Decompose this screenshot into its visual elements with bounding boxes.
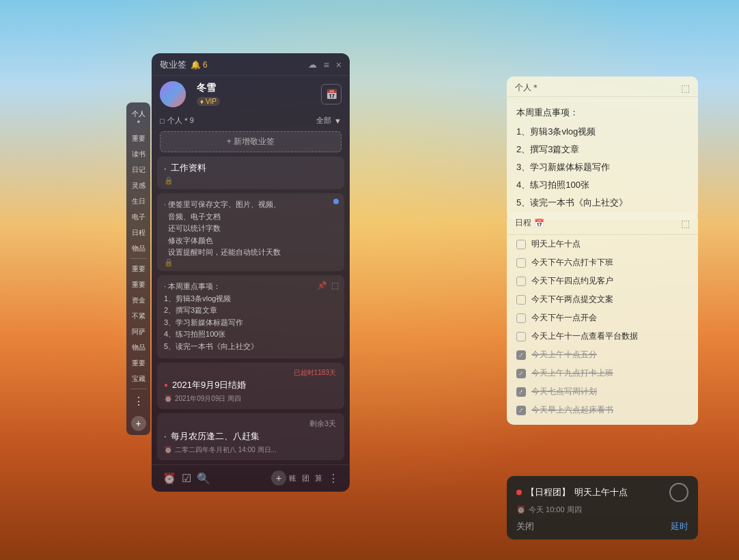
notif-actions: 关闭 延时 bbox=[516, 520, 688, 533]
sidebar-label: 重要 bbox=[132, 281, 145, 288]
overdue-badge: 已超时1183天 bbox=[164, 368, 337, 378]
sidebar-item-electronics[interactable]: 电子 bbox=[128, 210, 149, 224]
schedule-item-4[interactable]: 今天下午一点开会 bbox=[507, 309, 698, 327]
account-toolbar-label[interactable]: 账 bbox=[286, 472, 299, 485]
user-calendar-icon[interactable]: 📅 bbox=[321, 84, 341, 104]
schedule-item-3[interactable]: 今天下午两点提交文案 bbox=[507, 290, 698, 309]
schedule-checkbox-2[interactable] bbox=[516, 277, 526, 286]
sidebar-item-inspiration[interactable]: 灵感 bbox=[128, 178, 149, 193]
sidebar-more-btn[interactable]: ⋮ bbox=[128, 392, 149, 412]
sidebar-label: 日程 bbox=[132, 229, 145, 236]
sidebar-item-important1[interactable]: 重要 bbox=[128, 131, 149, 145]
personal-item-4: 4、练习拍照100张 bbox=[516, 176, 688, 194]
calc-toolbar-label[interactable]: 算 bbox=[312, 472, 325, 485]
sidebar-item-diary[interactable]: 日记 bbox=[128, 163, 149, 177]
sidebar-item-important2[interactable]: 重要 bbox=[128, 262, 149, 276]
note-item-info: · 便签里可保存文字、图片、视频、 音频、电子文档 还可以统计字数 修改字体颜色… bbox=[157, 193, 344, 271]
notification-popup: 【日程团】 明天上午十点 ⏰ 今天 10:00 周四 关闭 延时 bbox=[507, 476, 698, 540]
cloud-icon[interactable]: ☁ bbox=[308, 59, 317, 70]
personal-panel-content: 本周重点事项： 1、剪辑3条vlog视频 2、撰写3篇文章 3、学习新媒体标题写… bbox=[507, 97, 698, 220]
sidebar-label: 灵感 bbox=[132, 182, 145, 189]
schedule-checkbox-1[interactable] bbox=[516, 258, 526, 268]
bullet2: · bbox=[164, 431, 167, 441]
reminder-row: ⏰ 2021年09月09日 周四 bbox=[164, 394, 337, 404]
bell-icon: 🔔 bbox=[191, 60, 201, 70]
note-content: · 便签里可保存文字、图片、视频、 音频、电子文档 还可以统计字数 修改字体颜色… bbox=[164, 199, 337, 259]
close-icon[interactable]: × bbox=[336, 59, 341, 70]
sidebar-item-birthday[interactable]: 生日 bbox=[128, 194, 149, 208]
sidebar-item-important4[interactable]: 重要 bbox=[128, 356, 149, 370]
schedule-checkbox-9[interactable] bbox=[516, 406, 526, 415]
clock-toolbar-icon[interactable]: ⏰ bbox=[160, 471, 179, 486]
lock-icon: 🔒 bbox=[164, 176, 173, 185]
note-action-icons: 📌 ⬚ bbox=[317, 281, 339, 290]
sidebar-divider2 bbox=[130, 389, 147, 389]
sidebar-label: 生日 bbox=[132, 197, 145, 205]
sidebar-item-funds[interactable]: 资金 bbox=[128, 293, 149, 307]
schedule-item-6[interactable]: 今天上午十点五分 bbox=[507, 346, 698, 364]
sidebar-item-nonurgent[interactable]: 不紧 bbox=[128, 309, 149, 323]
schedule-item-1[interactable]: 今天下午六点打卡下班 bbox=[507, 253, 698, 272]
sidebar-item-treasure[interactable]: 宝藏 bbox=[128, 372, 149, 386]
schedule-checkbox-5[interactable] bbox=[516, 332, 526, 341]
sidebar-item-items2[interactable]: 物品 bbox=[128, 340, 149, 354]
view-toggle[interactable]: 全部 ▼ bbox=[316, 115, 341, 126]
schedule-checkbox-6[interactable] bbox=[516, 350, 526, 360]
add-note-btn[interactable]: + 新增敬业签 bbox=[160, 131, 341, 152]
search-toolbar-icon[interactable]: 🔍 bbox=[194, 471, 213, 486]
sidebar-add-btn[interactable]: + bbox=[131, 416, 146, 431]
schedule-checkbox-8[interactable] bbox=[516, 387, 526, 397]
checkbox-toolbar-icon[interactable]: ☑ bbox=[179, 471, 194, 486]
user-info: 冬雪 ♦ VIP bbox=[197, 82, 220, 107]
more-toolbar-icon[interactable]: ⋮ bbox=[325, 471, 341, 486]
notif-header: 【日程团】 明天上午十点 bbox=[516, 483, 688, 502]
market-reminder-row: ⏰ 二零二四年冬月初八 14:00 周日... bbox=[164, 445, 337, 455]
schedule-checkbox-4[interactable] bbox=[516, 313, 526, 323]
note-title-text: 工作资料 bbox=[171, 162, 206, 174]
notif-time-text: 今天 10:00 周四 bbox=[529, 505, 582, 515]
personal-item-1: 1、剪辑3条vlog视频 bbox=[516, 123, 688, 141]
notif-title: 【日程团】 明天上午十点 bbox=[516, 486, 628, 499]
note-item-wedding: 已超时1183天 ● 2021年9月9日结婚 ⏰ 2021年09月09日 周四 bbox=[157, 363, 344, 409]
personal-panel-exit-icon[interactable]: ⬚ bbox=[681, 83, 690, 94]
schedule-text-3: 今天下午两点提交文案 bbox=[531, 294, 613, 305]
category-bar: □ 个人＊9 全部 ▼ bbox=[152, 113, 350, 128]
notif-snooze-btn[interactable]: 延时 bbox=[671, 520, 688, 533]
menu-icon[interactable]: ≡ bbox=[324, 59, 329, 70]
schedule-item-7[interactable]: 今天上午九点打卡上班 bbox=[507, 364, 698, 382]
sidebar-item-personal[interactable]: 个人＊ bbox=[128, 107, 149, 130]
schedule-checkbox-7[interactable] bbox=[516, 369, 526, 378]
sidebar: 个人＊ 重要 读书 日记 灵感 生日 电子 日程 物品 重要 重要 资金 不紧 … bbox=[126, 102, 150, 435]
expand-icon[interactable]: ⬚ bbox=[331, 281, 339, 290]
schedule-checkbox-3[interactable] bbox=[516, 295, 526, 305]
schedule-checkbox-0[interactable] bbox=[516, 240, 526, 249]
sidebar-item-schedule[interactable]: 日程 bbox=[128, 225, 149, 240]
schedule-item-0[interactable]: 明天上午十点 bbox=[507, 235, 698, 253]
personal-panel-header: 个人＊ ⬚ bbox=[507, 76, 698, 97]
bell-count: 6 bbox=[203, 60, 208, 70]
category-checkbox-icon: □ bbox=[160, 117, 165, 125]
notif-close-btn[interactable]: 关闭 bbox=[516, 520, 534, 533]
user-name: 冬雪 bbox=[197, 82, 220, 94]
note-title: · 工作资料 bbox=[164, 162, 337, 174]
lock-icon2: 🔒 bbox=[164, 258, 173, 267]
toolbar-add-btn[interactable]: + bbox=[271, 471, 286, 486]
schedule-text-8: 今天七点写周计划 bbox=[531, 386, 597, 397]
schedule-item-5[interactable]: 今天上午十一点查看平台数据 bbox=[507, 327, 698, 346]
sidebar-item-important3[interactable]: 重要 bbox=[128, 277, 149, 292]
notif-dot bbox=[516, 490, 522, 495]
bell-badge: 🔔 6 bbox=[191, 60, 208, 70]
schedule-exit-icon[interactable]: ⬚ bbox=[681, 218, 690, 229]
personal-item-2: 2、撰写3篇文章 bbox=[516, 141, 688, 158]
clock-icon-small: ⏰ bbox=[164, 395, 172, 402]
pin-icon[interactable]: 📌 bbox=[317, 281, 327, 290]
schedule-item-9[interactable]: 今天早上六点起床看书 bbox=[507, 401, 698, 419]
schedule-item-2[interactable]: 今天下午四点约见客户 bbox=[507, 272, 698, 290]
team-toolbar-label[interactable]: 团 bbox=[299, 472, 312, 485]
sidebar-item-reading[interactable]: 读书 bbox=[128, 147, 149, 161]
sidebar-item-asa[interactable]: 阿萨 bbox=[128, 324, 149, 339]
schedule-text-2: 今天下午四点约见客户 bbox=[531, 275, 613, 287]
sidebar-label: 资金 bbox=[132, 296, 145, 304]
sidebar-item-items[interactable]: 物品 bbox=[128, 241, 149, 255]
schedule-item-8[interactable]: 今天七点写周计划 bbox=[507, 382, 698, 401]
